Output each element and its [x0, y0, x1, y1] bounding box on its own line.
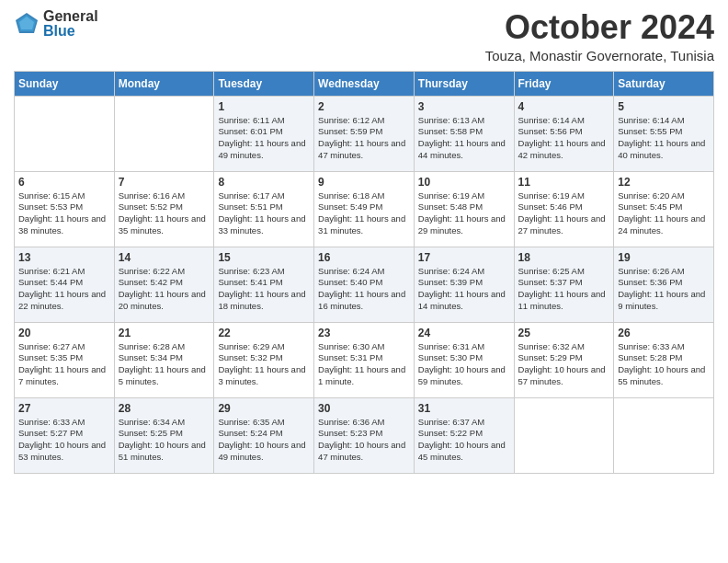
day-number: 8	[218, 176, 310, 189]
calendar-cell: 14Sunrise: 6:22 AMSunset: 5:42 PMDayligh…	[114, 247, 214, 322]
calendar-cell: 3Sunrise: 6:13 AMSunset: 5:58 PMDaylight…	[414, 96, 514, 171]
calendar-cell: 1Sunrise: 6:11 AMSunset: 6:01 PMDaylight…	[214, 96, 314, 171]
day-number: 12	[618, 176, 710, 189]
day-number: 19	[618, 251, 710, 264]
cell-info: Sunrise: 6:15 AMSunset: 5:53 PMDaylight:…	[18, 190, 110, 237]
calendar-row-4: 27Sunrise: 6:33 AMSunset: 5:27 PMDayligh…	[15, 397, 714, 473]
day-number: 21	[119, 327, 210, 339]
day-number: 10	[418, 176, 510, 189]
cell-info: Sunrise: 6:33 AMSunset: 5:27 PMDaylight:…	[18, 417, 110, 464]
calendar-cell: 17Sunrise: 6:24 AMSunset: 5:39 PMDayligh…	[414, 247, 514, 322]
calendar-row-2: 13Sunrise: 6:21 AMSunset: 5:44 PMDayligh…	[15, 247, 714, 322]
col-saturday: Saturday	[614, 71, 714, 96]
day-number: 20	[18, 327, 110, 339]
cell-info: Sunrise: 6:14 AMSunset: 5:55 PMDaylight:…	[618, 115, 710, 162]
cell-info: Sunrise: 6:13 AMSunset: 5:58 PMDaylight:…	[418, 115, 510, 162]
day-number: 1	[218, 100, 310, 113]
calendar-cell: 2Sunrise: 6:12 AMSunset: 5:59 PMDaylight…	[314, 96, 415, 171]
calendar-cell: 5Sunrise: 6:14 AMSunset: 5:55 PMDaylight…	[614, 96, 714, 171]
calendar-cell	[514, 397, 614, 473]
calendar-cell: 23Sunrise: 6:30 AMSunset: 5:31 PMDayligh…	[314, 322, 415, 397]
cell-info: Sunrise: 6:24 AMSunset: 5:40 PMDaylight:…	[318, 266, 410, 313]
calendar-cell	[614, 397, 714, 473]
calendar-cell	[114, 96, 214, 171]
day-number: 17	[418, 251, 510, 264]
cell-info: Sunrise: 6:24 AMSunset: 5:39 PMDaylight:…	[418, 266, 510, 313]
logo-general: General	[43, 9, 98, 24]
day-number: 13	[18, 251, 110, 264]
calendar-cell: 19Sunrise: 6:26 AMSunset: 5:36 PMDayligh…	[614, 247, 714, 322]
day-number: 18	[518, 251, 610, 264]
cell-info: Sunrise: 6:30 AMSunset: 5:31 PMDaylight:…	[318, 341, 410, 388]
cell-info: Sunrise: 6:26 AMSunset: 5:36 PMDaylight:…	[618, 266, 710, 313]
calendar-cell: 12Sunrise: 6:20 AMSunset: 5:45 PMDayligh…	[614, 171, 714, 247]
day-number: 16	[318, 251, 410, 264]
calendar-cell: 7Sunrise: 6:16 AMSunset: 5:52 PMDaylight…	[114, 171, 214, 247]
logo-blue: Blue	[43, 24, 98, 39]
logo: General Blue	[14, 9, 98, 39]
cell-info: Sunrise: 6:12 AMSunset: 5:59 PMDaylight:…	[318, 115, 410, 162]
calendar-cell: 8Sunrise: 6:17 AMSunset: 5:51 PMDaylight…	[214, 171, 314, 247]
month-title: October 2024	[485, 9, 714, 46]
cell-info: Sunrise: 6:19 AMSunset: 5:48 PMDaylight:…	[418, 190, 510, 237]
calendar-cell: 11Sunrise: 6:19 AMSunset: 5:46 PMDayligh…	[514, 171, 614, 247]
day-number: 7	[119, 176, 210, 189]
calendar-cell: 25Sunrise: 6:32 AMSunset: 5:29 PMDayligh…	[514, 322, 614, 397]
cell-info: Sunrise: 6:21 AMSunset: 5:44 PMDaylight:…	[18, 266, 110, 313]
day-number: 11	[518, 176, 610, 189]
calendar-cell: 24Sunrise: 6:31 AMSunset: 5:30 PMDayligh…	[414, 322, 514, 397]
calendar-cell: 15Sunrise: 6:23 AMSunset: 5:41 PMDayligh…	[214, 247, 314, 322]
title-section: October 2024 Touza, Monastir Governorate…	[485, 9, 714, 63]
cell-info: Sunrise: 6:31 AMSunset: 5:30 PMDaylight:…	[418, 341, 510, 388]
col-tuesday: Tuesday	[214, 71, 314, 96]
calendar-table: Sunday Monday Tuesday Wednesday Thursday…	[14, 71, 714, 474]
page: General Blue October 2024 Touza, Monasti…	[0, 0, 728, 563]
cell-info: Sunrise: 6:32 AMSunset: 5:29 PMDaylight:…	[518, 341, 610, 388]
day-number: 29	[218, 402, 310, 415]
day-number: 5	[618, 100, 710, 113]
day-number: 23	[318, 327, 410, 339]
calendar-row-1: 6Sunrise: 6:15 AMSunset: 5:53 PMDaylight…	[15, 171, 714, 247]
cell-info: Sunrise: 6:33 AMSunset: 5:28 PMDaylight:…	[618, 341, 710, 388]
day-number: 24	[418, 327, 510, 339]
col-friday: Friday	[514, 71, 614, 96]
calendar-cell: 16Sunrise: 6:24 AMSunset: 5:40 PMDayligh…	[314, 247, 415, 322]
calendar-cell: 10Sunrise: 6:19 AMSunset: 5:48 PMDayligh…	[414, 171, 514, 247]
calendar-cell	[15, 96, 115, 171]
cell-info: Sunrise: 6:17 AMSunset: 5:51 PMDaylight:…	[218, 190, 310, 237]
day-number: 25	[518, 327, 610, 339]
day-number: 6	[18, 176, 110, 189]
day-number: 27	[18, 402, 110, 415]
calendar-cell: 13Sunrise: 6:21 AMSunset: 5:44 PMDayligh…	[15, 247, 115, 322]
calendar-cell: 18Sunrise: 6:25 AMSunset: 5:37 PMDayligh…	[514, 247, 614, 322]
cell-info: Sunrise: 6:23 AMSunset: 5:41 PMDaylight:…	[218, 266, 310, 313]
day-number: 14	[119, 251, 210, 264]
calendar-row-3: 20Sunrise: 6:27 AMSunset: 5:35 PMDayligh…	[15, 322, 714, 397]
cell-info: Sunrise: 6:20 AMSunset: 5:45 PMDaylight:…	[618, 190, 710, 237]
logo-text: General Blue	[43, 9, 98, 39]
calendar-cell: 28Sunrise: 6:34 AMSunset: 5:25 PMDayligh…	[114, 397, 214, 473]
day-number: 9	[318, 176, 410, 189]
col-thursday: Thursday	[414, 71, 514, 96]
calendar-cell: 22Sunrise: 6:29 AMSunset: 5:32 PMDayligh…	[214, 322, 314, 397]
day-number: 15	[218, 251, 310, 264]
col-wednesday: Wednesday	[314, 71, 415, 96]
day-number: 2	[318, 100, 410, 113]
cell-info: Sunrise: 6:25 AMSunset: 5:37 PMDaylight:…	[518, 266, 610, 313]
day-number: 31	[418, 402, 510, 415]
cell-info: Sunrise: 6:16 AMSunset: 5:52 PMDaylight:…	[119, 190, 210, 237]
day-number: 28	[119, 402, 210, 415]
calendar-cell: 27Sunrise: 6:33 AMSunset: 5:27 PMDayligh…	[15, 397, 115, 473]
cell-info: Sunrise: 6:22 AMSunset: 5:42 PMDaylight:…	[119, 266, 210, 313]
cell-info: Sunrise: 6:37 AMSunset: 5:22 PMDaylight:…	[418, 417, 510, 464]
calendar-row-0: 1Sunrise: 6:11 AMSunset: 6:01 PMDaylight…	[15, 96, 714, 171]
calendar-cell: 6Sunrise: 6:15 AMSunset: 5:53 PMDaylight…	[15, 171, 115, 247]
calendar-cell: 30Sunrise: 6:36 AMSunset: 5:23 PMDayligh…	[314, 397, 415, 473]
cell-info: Sunrise: 6:29 AMSunset: 5:32 PMDaylight:…	[218, 341, 310, 388]
calendar-cell: 4Sunrise: 6:14 AMSunset: 5:56 PMDaylight…	[514, 96, 614, 171]
header: General Blue October 2024 Touza, Monasti…	[14, 9, 714, 63]
cell-info: Sunrise: 6:35 AMSunset: 5:24 PMDaylight:…	[218, 417, 310, 464]
day-number: 3	[418, 100, 510, 113]
calendar-cell: 31Sunrise: 6:37 AMSunset: 5:22 PMDayligh…	[414, 397, 514, 473]
cell-info: Sunrise: 6:27 AMSunset: 5:35 PMDaylight:…	[18, 341, 110, 388]
